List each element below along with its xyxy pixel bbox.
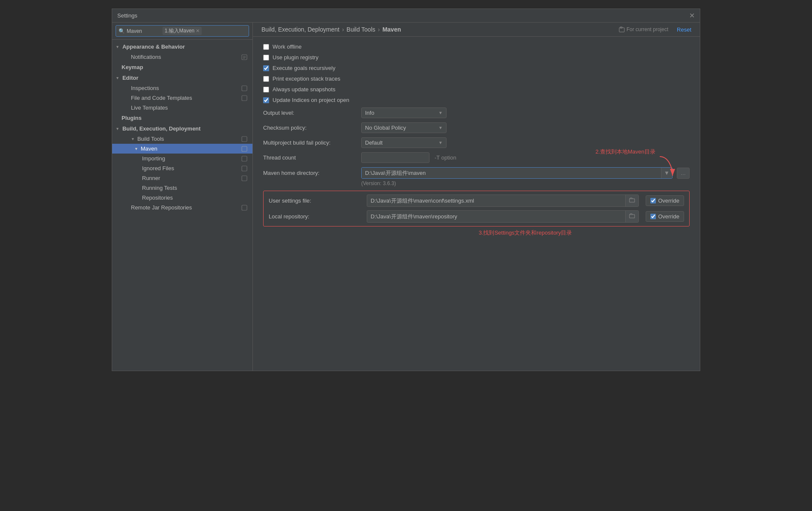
triangle-down-icon-editor: ▼ bbox=[116, 76, 119, 80]
local-repo-row: Local repository: bbox=[269, 210, 684, 223]
local-repo-override-checkbox[interactable] bbox=[650, 214, 656, 219]
sidebar-label-ignored-files: Ignored Files bbox=[142, 165, 174, 171]
update-snapshots-checkbox[interactable] bbox=[263, 87, 269, 93]
svg-rect-4 bbox=[242, 86, 247, 91]
sidebar-item-remote-jar[interactable]: Remote Jar Repositories bbox=[112, 203, 252, 212]
local-repo-browse-btn[interactable] bbox=[625, 211, 638, 222]
thread-count-row: Thread count -T option bbox=[263, 152, 690, 163]
search-tag-label: 1.输入Maven bbox=[165, 27, 194, 35]
sidebar-item-plugins[interactable]: Plugins bbox=[112, 113, 252, 123]
checkbox-plugin-registry: Use plugin registry bbox=[263, 54, 690, 61]
maven-home-label: Maven home directory: bbox=[263, 170, 361, 176]
breadcrumb-sep-1: › bbox=[342, 26, 344, 33]
search-tag-close[interactable]: ✕ bbox=[196, 28, 200, 34]
settings-content: Work offline Use plugin registry Execute… bbox=[253, 37, 700, 371]
checksum-policy-value: No Global Policy ▼ bbox=[361, 122, 690, 133]
sidebar-label-runner: Runner bbox=[142, 175, 160, 181]
sidebar: 🔍 1.输入Maven ✕ ▼ Appearance & Behavior No… bbox=[112, 23, 253, 371]
multiproject-dropdown[interactable]: Default ▼ bbox=[361, 137, 447, 148]
maven-home-row: Maven home directory: ▼ … bbox=[263, 167, 690, 179]
user-settings-input[interactable] bbox=[367, 195, 625, 206]
checksum-policy-label: Checksum policy: bbox=[263, 125, 361, 131]
multiproject-value: Default ▼ bbox=[361, 137, 690, 148]
local-repo-input-wrap bbox=[367, 210, 639, 223]
output-level-value: Info ▼ bbox=[361, 107, 690, 118]
sidebar-item-inspections[interactable]: Inspections bbox=[112, 83, 252, 93]
checkbox-execute-goals: Execute goals recursively bbox=[263, 65, 690, 71]
maven-icon bbox=[241, 146, 247, 152]
sidebar-item-runner[interactable]: Runner bbox=[112, 173, 252, 183]
user-settings-override-checkbox[interactable] bbox=[650, 198, 656, 203]
folder-icon bbox=[629, 197, 635, 203]
sidebar-item-file-templates[interactable]: File and Code Templates bbox=[112, 93, 252, 103]
maven-home-browse-btn[interactable]: … bbox=[677, 168, 690, 179]
checksum-dropdown-arrow: ▼ bbox=[438, 125, 443, 130]
local-repo-input[interactable] bbox=[367, 211, 625, 222]
checkbox-update-snapshots: Always update snapshots bbox=[263, 86, 690, 93]
maven-home-input[interactable] bbox=[362, 168, 661, 178]
output-level-dropdown[interactable]: Info ▼ bbox=[361, 107, 447, 118]
update-indices-checkbox[interactable] bbox=[263, 97, 269, 103]
sidebar-item-running-tests[interactable]: Running Tests bbox=[112, 183, 252, 193]
thread-count-input[interactable] bbox=[361, 152, 429, 163]
search-input[interactable] bbox=[127, 28, 161, 34]
user-settings-override-label: Override bbox=[658, 197, 679, 204]
for-current-project: For current project bbox=[619, 26, 668, 32]
sidebar-label-build-tools: Build Tools bbox=[137, 136, 164, 142]
runner-icon bbox=[241, 175, 247, 181]
version-text: (Version: 3.6.3) bbox=[361, 180, 690, 186]
sidebar-item-build-execution[interactable]: ▼ Build, Execution, Deployment bbox=[112, 123, 252, 134]
svg-rect-11 bbox=[242, 205, 247, 210]
sidebar-item-repositories[interactable]: Repositories bbox=[112, 193, 252, 203]
plugin-registry-label: Use plugin registry bbox=[273, 54, 319, 61]
sidebar-label-file-templates: File and Code Templates bbox=[131, 95, 192, 101]
checkbox-print-traces: Print exception stack traces bbox=[263, 75, 690, 82]
user-settings-browse-btn[interactable] bbox=[625, 195, 638, 206]
sidebar-item-ignored-files[interactable]: Ignored Files bbox=[112, 163, 252, 173]
svg-rect-8 bbox=[242, 156, 247, 161]
thread-count-value: -T option bbox=[361, 152, 690, 163]
update-snapshots-label: Always update snapshots bbox=[273, 86, 335, 93]
execute-goals-label: Execute goals recursively bbox=[273, 65, 335, 71]
checksum-policy-row: Checksum policy: No Global Policy ▼ bbox=[263, 122, 690, 133]
settings-window: Settings ✕ 🔍 1.输入Maven ✕ ▼ bbox=[112, 9, 700, 371]
multiproject-label: Multiproject build fail policy: bbox=[263, 139, 361, 146]
inspections-icon bbox=[241, 85, 247, 91]
print-traces-label: Print exception stack traces bbox=[273, 75, 340, 82]
print-traces-checkbox[interactable] bbox=[263, 76, 269, 82]
sidebar-item-build-tools[interactable]: ▼ Build Tools bbox=[112, 134, 252, 144]
maven-home-dropdown-btn[interactable]: ▼ bbox=[661, 168, 672, 178]
svg-rect-7 bbox=[242, 146, 247, 151]
sidebar-item-keymap[interactable]: Keymap bbox=[112, 62, 252, 73]
sidebar-item-importing[interactable]: Importing bbox=[112, 154, 252, 163]
search-tag: 1.输入Maven ✕ bbox=[162, 27, 202, 35]
maven-home-container: Maven home directory: ▼ … 2.查找到本地Maven目录 bbox=[263, 167, 690, 179]
sidebar-item-live-templates[interactable]: Live Templates bbox=[112, 103, 252, 113]
checkbox-update-indices: Update Indices on project open bbox=[263, 97, 690, 103]
thread-count-label: Thread count bbox=[263, 154, 361, 161]
output-level-row: Output level: Info ▼ bbox=[263, 107, 690, 118]
sidebar-item-editor[interactable]: ▼ Editor bbox=[112, 73, 252, 83]
search-input-wrapper[interactable]: 🔍 1.输入Maven ✕ bbox=[116, 25, 249, 37]
local-repo-label: Local repository: bbox=[269, 213, 367, 220]
search-bar: 🔍 1.输入Maven ✕ bbox=[112, 23, 252, 40]
user-settings-label: User settings file: bbox=[269, 197, 367, 204]
close-icon[interactable]: ✕ bbox=[689, 12, 695, 20]
breadcrumb-bar: Build, Execution, Deployment › Build Too… bbox=[253, 23, 700, 37]
importing-icon bbox=[241, 156, 247, 162]
sidebar-item-maven[interactable]: ▼ Maven bbox=[112, 144, 252, 154]
sidebar-item-notifications[interactable]: Notifications bbox=[112, 52, 252, 62]
plugin-registry-checkbox[interactable] bbox=[263, 55, 269, 61]
work-offline-label: Work offline bbox=[273, 44, 302, 50]
triangle-down-icon: ▼ bbox=[116, 45, 119, 49]
user-settings-input-wrap bbox=[367, 195, 639, 207]
sidebar-item-appearance-behavior[interactable]: ▼ Appearance & Behavior bbox=[112, 41, 252, 52]
user-settings-override-wrap: Override bbox=[646, 195, 684, 206]
execute-goals-checkbox[interactable] bbox=[263, 65, 269, 71]
checksum-policy-dropdown[interactable]: No Global Policy ▼ bbox=[361, 122, 447, 133]
reset-button[interactable]: Reset bbox=[677, 26, 691, 33]
nav-list: ▼ Appearance & Behavior Notifications Ke… bbox=[112, 40, 252, 371]
multiproject-dropdown-value: Default bbox=[365, 139, 383, 146]
sidebar-label-repositories: Repositories bbox=[142, 195, 173, 201]
work-offline-checkbox[interactable] bbox=[263, 44, 269, 50]
